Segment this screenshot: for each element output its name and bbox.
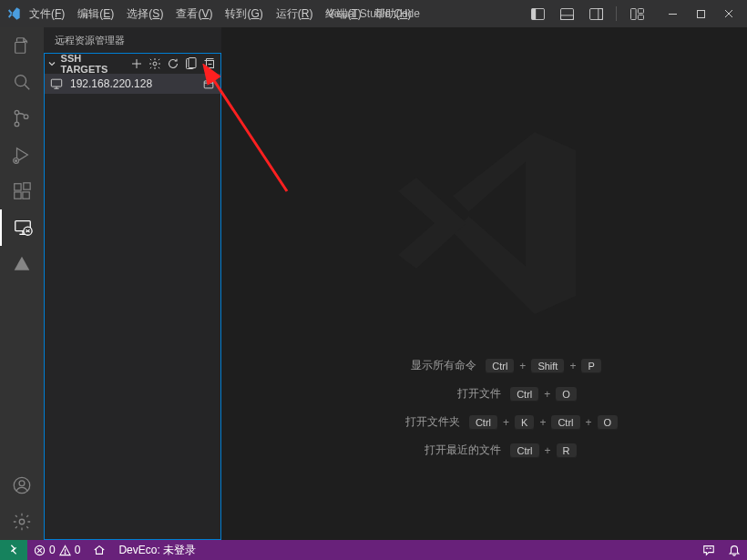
shortcut-label: 打开文件夹 [351,414,460,430]
feedback-button[interactable] [696,544,721,556]
shortcut-keys: Ctrl+K+Ctrl+O [469,415,618,430]
notifications-button[interactable] [721,544,747,556]
menu-h[interactable]: 帮助(H) [374,6,412,22]
svg-point-20 [15,160,17,162]
ssh-targets-section: SSH TARGETS 192.168.220.128 [44,53,221,540]
svg-rect-5 [598,8,602,19]
key: Ctrl [486,359,514,373]
svg-rect-6 [630,8,636,19]
sidebar-title: 远程资源管理器 [44,27,221,53]
search-tab[interactable] [0,64,44,100]
shortcut-row: 打开最近的文件Ctrl+R [392,443,576,458]
sidebar: 远程资源管理器 SSH TARGETS 192.168.220.128 [44,27,221,540]
key: Ctrl [510,443,538,458]
home-button[interactable] [87,540,112,560]
collapse-all-icon[interactable] [202,56,217,71]
menubar: 文件(F)编辑(E)选择(S)查看(V)转到(G)运行(R)终端(T)帮助(H) [29,6,411,22]
problems-indicator[interactable]: 0 0 [27,540,87,560]
remote-indicator[interactable] [0,540,27,560]
titlebar-right [525,4,742,24]
svg-point-16 [15,110,19,115]
maximize-button[interactable] [688,4,713,24]
svg-rect-2 [560,8,573,19]
deveco-tab[interactable] [0,246,44,282]
ssh-host-row[interactable]: 192.168.220.128 [45,74,220,94]
svg-rect-21 [15,184,21,190]
toggle-panel-left-icon[interactable] [525,4,550,24]
vscode-logo-icon [5,5,22,22]
shortcut-row: 打开文件夹Ctrl+K+Ctrl+O [351,414,618,430]
configure-icon[interactable] [148,56,162,71]
svg-point-50 [65,553,66,554]
accounts-button[interactable] [0,467,44,504]
key: Ctrl [510,387,538,402]
shortcut-label: 打开文件 [392,386,501,402]
key: Ctrl [551,415,579,430]
svg-rect-24 [24,183,30,189]
vscode-watermark-icon [371,109,599,337]
svg-rect-10 [697,10,704,17]
customize-layout-icon[interactable] [624,4,650,24]
svg-point-17 [15,122,19,127]
svg-rect-4 [589,8,602,19]
menu-g[interactable]: 转到(G) [225,6,262,22]
svg-point-34 [153,62,157,66]
key: O [598,415,619,430]
chevron-down-icon [46,58,61,69]
shortcut-row: 显示所有命令Ctrl+Shift+P [367,358,601,373]
menu-r[interactable]: 运行(R) [276,6,313,22]
extensions-tab[interactable] [0,173,44,209]
key: P [581,359,600,373]
run-debug-tab[interactable] [0,137,44,173]
deveco-status[interactable]: DevEco: 未登录 [112,540,202,560]
source-control-tab[interactable] [0,100,44,137]
shortcut-row: 打开文件Ctrl+O [392,386,577,402]
svg-line-15 [25,85,29,89]
divider [616,6,617,21]
section-title: SSH TARGETS [61,53,129,75]
deveco-label: DevEco: 未登录 [118,543,196,558]
explorer-tab[interactable] [0,27,44,64]
svg-point-18 [24,115,28,119]
menu-v[interactable]: 查看(V) [176,6,212,22]
svg-rect-36 [189,58,196,68]
welcome-shortcuts: 显示所有命令Ctrl+Shift+P打开文件Ctrl+O打开文件夹Ctrl+K+… [221,358,747,458]
error-count: 0 [49,544,56,556]
key: K [515,415,534,430]
svg-rect-23 [23,192,29,199]
menu-e[interactable]: 编辑(E) [77,6,114,22]
warning-count: 0 [75,544,81,556]
svg-rect-1 [531,8,536,19]
shortcut-keys: Ctrl+Shift+P [486,359,601,373]
shortcut-keys: Ctrl+O [510,387,577,402]
key: R [557,443,577,458]
add-new-icon[interactable] [129,56,144,71]
minimize-button[interactable] [660,4,685,24]
settings-button[interactable] [0,504,44,540]
key: Ctrl [469,415,497,430]
menu-s[interactable]: 选择(S) [127,6,163,22]
toggle-panel-bottom-icon[interactable] [554,4,579,24]
shortcut-label: 打开最近的文件 [392,443,501,458]
help-icon[interactable] [184,56,199,71]
remote-explorer-tab[interactable] [0,209,44,246]
svg-rect-7 [638,8,643,13]
menu-f[interactable]: 文件(F) [29,6,65,22]
monitor-icon [50,77,65,90]
svg-rect-22 [15,192,21,199]
svg-point-30 [19,481,25,486]
svg-point-31 [19,519,25,524]
section-header[interactable]: SSH TARGETS [45,54,220,74]
svg-rect-8 [638,15,643,19]
new-window-icon[interactable] [202,77,215,90]
shortcut-label: 显示所有命令 [367,358,476,373]
toggle-panel-right-icon[interactable] [583,4,609,24]
close-button[interactable] [716,4,742,24]
menu-t[interactable]: 终端(T) [325,6,361,22]
refresh-icon[interactable] [166,56,180,71]
svg-rect-3 [560,15,573,19]
key: Shift [531,359,564,373]
titlebar: 文件(F)编辑(E)选择(S)查看(V)转到(G)运行(R)终端(T)帮助(H)… [0,0,747,27]
ssh-host-label: 192.168.220.128 [70,77,152,90]
svg-rect-42 [204,81,213,88]
